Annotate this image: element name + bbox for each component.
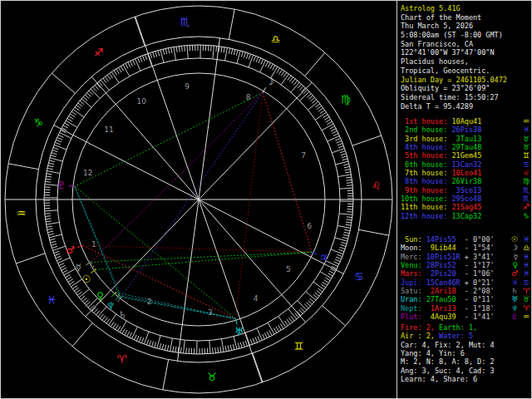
planet-glyph: ♃ (511, 278, 518, 287)
house-sign-glyph: ♍ (523, 177, 530, 185)
planet-sign-glyph: ♓ (523, 269, 530, 278)
house-row: 10th house: 29Sco48♏ (401, 195, 530, 203)
house-row: 4th house: 29Tau48♉ (401, 143, 530, 151)
planet-row: Merc: 10Pis51R + 3°41'☿♓ (401, 253, 530, 261)
house-sign-glyph: ♌ (523, 169, 530, 177)
house-row: 5th house: 21Gem45♊ (401, 151, 530, 160)
planet-glyph: ♂ (511, 269, 518, 278)
house-sign-glyph: ♏ (523, 195, 530, 203)
chart-info-line: 122°41'00"W 37°47'00"N (401, 48, 530, 57)
planet-sign-glyph: ♉ (523, 295, 530, 303)
stats-line: Air : 2, Water: 5 (401, 332, 530, 340)
planet-sign-glyph: ♈ (523, 287, 530, 295)
stats-line: Fire: 2, Earth: 1, (401, 323, 530, 332)
chart-info-block: Astrolog 5.41GChart of the MomentThu Mar… (401, 4, 530, 111)
house-row: 12th house: 13Cap32♑ (401, 212, 530, 220)
house-row: 3rd house: 3Tau13♉ (401, 135, 530, 143)
planet-row: Mars: 2Pis20 - 1°06'♂♓ (401, 269, 530, 278)
house-sign-glyph: ♏ (523, 186, 530, 195)
chart-info-line: San Francisco, CA (401, 40, 530, 49)
planet-row: Satu: 2Ari18 - 2°08'♄♈ (401, 287, 530, 295)
planet-row: Uran: 27Tau50 - 0°11'♅♉ (401, 295, 530, 303)
house-row: 6th house: 13Can32♋ (401, 160, 530, 169)
stats-line: Yang: 4, Yin: 6 (401, 349, 530, 357)
planet-glyph: ♀ (512, 261, 518, 269)
planet-sign-glyph: ♋ (523, 278, 530, 287)
planet-sign-glyph: ♒ (523, 313, 530, 321)
info-sidebar: Astrolog 5.41GChart of the MomentThu Mar… (397, 0, 532, 399)
planet-row: Moon: 9Lib44 - 1°54'☽♎ (401, 244, 530, 252)
house-sign-glyph: ♐ (523, 203, 530, 211)
chart-info-line: Chart of the Moment (401, 13, 530, 22)
astrolog-window: ♈♉♊♋♌♍♎♏♐♑♒♓123456789101112☉☽☿♀♂♃♄♅♆♇ As… (0, 0, 532, 399)
chart-info-line: Placidus houses, (401, 57, 530, 66)
planet-glyph: ☿ (513, 253, 518, 261)
chart-info-line: Julian Day = 2461105.0472 (401, 76, 530, 85)
chart-info-line: 5:08:00am (ST -8:00 GMT) (401, 31, 530, 40)
chart-info-line: Delta T = 95.4289 (401, 102, 530, 111)
house-row: 7th house: 10Leo41♌ (401, 169, 530, 177)
house-sign-glyph: ♉ (523, 143, 530, 151)
planet-glyph: ♇ (511, 313, 518, 321)
chart-info-line: Sidereal time: 15:50:27 (401, 93, 530, 102)
house-row: 9th house: 3Sco13♏ (401, 186, 530, 195)
planet-row: Venu: 28Pis52 - 1°17'♀♓ (401, 261, 530, 269)
planet-row: Jupi: 15Can46R + 0°21'♃♋ (401, 278, 530, 287)
house-sign-glyph: ♉ (523, 135, 530, 143)
house-sign-glyph: ♋ (523, 160, 530, 169)
planet-sign-glyph: ♓ (523, 235, 530, 244)
planet-row: Sun: 14Pis55 - 0°00'☉♓ (401, 235, 530, 244)
house-row: 2nd house: 26Pis38♓ (401, 126, 530, 134)
house-sign-glyph: ♑ (523, 212, 530, 220)
planet-sign-glyph: ♓ (523, 261, 530, 269)
planet-glyph: ♄ (511, 287, 518, 295)
stats-line: Car: 4, Fix: 2, Mut: 4 (401, 341, 530, 349)
house-row: 8th house: 26Vir38♍ (401, 177, 530, 185)
planet-glyph: ☉ (511, 235, 518, 244)
house-sign-glyph: ♓ (523, 126, 530, 134)
chart-info-line: Astrolog 5.41G (401, 4, 530, 13)
planet-row: Plut: 4Aqu39 - 1°41'♇♒ (401, 313, 530, 321)
house-row: 1st house: 10Aqu41♒ (401, 117, 530, 126)
chart-info-line: Obliquity = 23°26'09" (401, 84, 530, 93)
chart-info-line: Tropical, Geocentric. (401, 66, 530, 76)
stats-line: M: 2, N: 8, A: 8, D: 2 (401, 357, 530, 366)
planet-list-block: Sun: 14Pis55 - 0°00'☉♓Moon: 9Lib44 - 1°5… (401, 235, 530, 321)
stats-line: Learn: 4, Share: 6 (401, 375, 530, 383)
stats-line: Ang: 3, Suc: 4, Cad: 3 (401, 367, 530, 375)
planet-glyph: ♆ (511, 304, 518, 313)
house-sign-glyph: ♒ (523, 117, 530, 126)
house-sign-glyph: ♊ (523, 151, 530, 160)
planet-glyph: ♅ (511, 295, 518, 303)
planet-sign-glyph: ♓ (523, 253, 530, 261)
planet-glyph: ☽ (511, 244, 518, 252)
stats-block: Fire: 2, Earth: 1,Air : 2, Water: 5Car: … (401, 323, 530, 383)
house-list-block: 1st house: 10Aqu41♒ 2nd house: 26Pis38♓ … (401, 117, 530, 220)
chart-info-line: Thu March 5, 2026 (401, 22, 530, 31)
planet-row: Nept: 1Ari13 - 1°18'♆♈ (401, 304, 530, 313)
house-row: 11th house: 21Sag45♐ (401, 203, 530, 211)
planet-sign-glyph: ♈ (523, 304, 530, 313)
planet-sign-glyph: ♎ (523, 244, 530, 252)
